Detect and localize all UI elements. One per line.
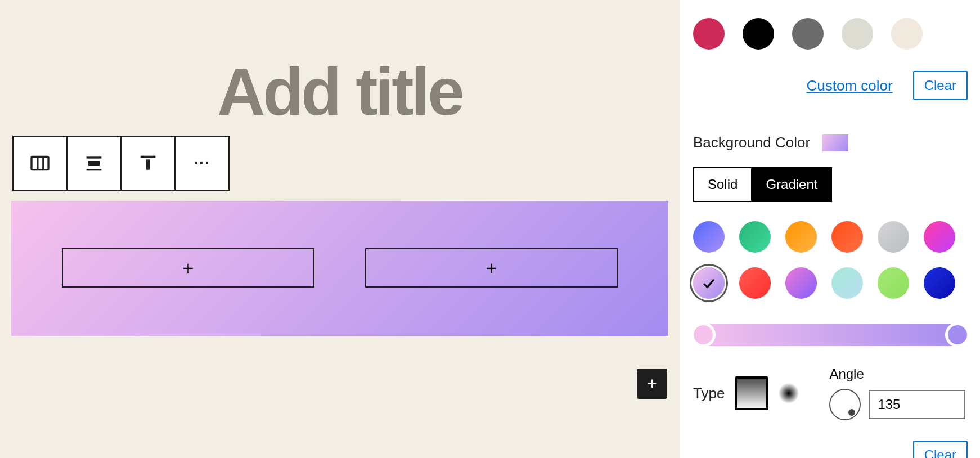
columns-block[interactable]: + + xyxy=(11,201,668,336)
angle-dial-handle[interactable] xyxy=(848,409,855,416)
gradient-editor[interactable] xyxy=(693,324,968,346)
align-top-icon xyxy=(137,152,159,174)
column-appender-right[interactable]: + xyxy=(365,248,618,288)
background-color-label: Background Color xyxy=(693,134,810,151)
svg-rect-7 xyxy=(146,159,150,169)
toolbar-align-top[interactable] xyxy=(120,136,176,191)
text-color-swatches xyxy=(693,18,968,50)
gradient-type-radial[interactable] xyxy=(779,383,799,403)
gradient-preset-red[interactable] xyxy=(739,267,771,299)
check-icon xyxy=(700,275,717,291)
gradient-type-label: Type xyxy=(693,385,725,402)
more-icon: ··· xyxy=(194,155,210,171)
block-toolbar: ··· xyxy=(12,136,668,191)
gradient-angle-input[interactable] xyxy=(869,390,965,419)
text-color-clear-button[interactable]: Clear xyxy=(913,71,968,100)
align-center-icon xyxy=(83,152,105,174)
gradient-preset-orange[interactable] xyxy=(785,221,817,253)
color-type-tabs: Solid Gradient xyxy=(693,167,832,202)
background-color-indicator[interactable] xyxy=(822,134,848,151)
column-appender-left[interactable]: + xyxy=(62,248,314,288)
gradient-preset-blue-purple[interactable] xyxy=(693,221,725,253)
toolbar-align-center[interactable] xyxy=(66,136,122,191)
columns-icon xyxy=(29,152,51,174)
gradient-preset-green[interactable] xyxy=(739,221,771,253)
block-inserter-button[interactable]: + xyxy=(637,369,667,399)
tab-solid[interactable]: Solid xyxy=(693,167,751,202)
gradient-stop-end[interactable] xyxy=(945,322,970,347)
gradient-angle-dial[interactable] xyxy=(829,389,861,420)
color-swatch-lightgray[interactable] xyxy=(842,18,873,50)
toolbar-block-type-columns[interactable] xyxy=(12,136,68,191)
color-swatch-cream[interactable] xyxy=(891,18,923,50)
gradient-presets xyxy=(693,221,968,299)
gradient-bar[interactable] xyxy=(693,324,968,346)
svg-rect-0 xyxy=(32,156,48,169)
background-clear-button[interactable]: Clear xyxy=(913,441,968,458)
gradient-preset-teal[interactable] xyxy=(831,267,863,299)
gradient-preset-red-orange[interactable] xyxy=(831,221,863,253)
gradient-type-linear[interactable] xyxy=(735,376,768,410)
gradient-preset-pink-violet[interactable] xyxy=(785,267,817,299)
gradient-preset-lime[interactable] xyxy=(878,267,909,299)
editor-canvas: Add title ··· + + xyxy=(0,0,680,458)
post-title-input[interactable]: Add title xyxy=(11,53,668,130)
color-swatch-black[interactable] xyxy=(743,18,774,50)
gradient-preset-deep-blue[interactable] xyxy=(924,267,955,299)
toolbar-more-options[interactable]: ··· xyxy=(174,136,230,191)
svg-rect-4 xyxy=(88,161,100,166)
gradient-angle-label: Angle xyxy=(829,366,965,382)
gradient-stop-start[interactable] xyxy=(691,322,716,347)
gradient-preset-gray[interactable] xyxy=(878,221,909,253)
gradient-preset-magenta[interactable] xyxy=(924,221,955,253)
gradient-preset-pink-lavender[interactable] xyxy=(693,267,725,299)
custom-color-link[interactable]: Custom color xyxy=(806,77,892,95)
tab-gradient[interactable]: Gradient xyxy=(751,167,832,202)
settings-sidebar: Custom color Clear Background Color Soli… xyxy=(680,0,980,458)
color-swatch-gray[interactable] xyxy=(792,18,824,50)
color-swatch-pink[interactable] xyxy=(693,18,725,50)
